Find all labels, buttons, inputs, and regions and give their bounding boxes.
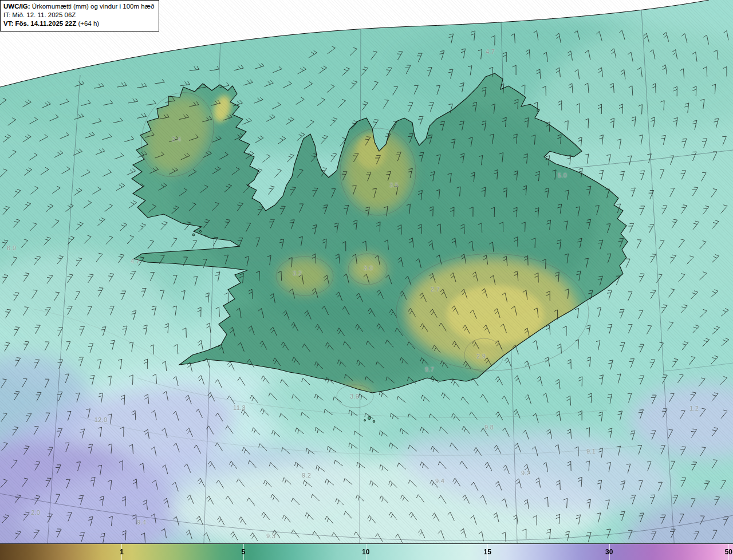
map-title-text: Úrkomumætti (mm) og vindur i 100m hæð — [30, 3, 155, 10]
contour-label: 11.3 — [233, 404, 246, 411]
product-name: UWC/IG: — [3, 3, 30, 10]
contour-label: 2.9 — [476, 353, 486, 360]
contour-label: 9.2 — [302, 472, 311, 479]
contour-label: 9.4 — [137, 519, 146, 526]
contour-label: 6.9 — [7, 244, 16, 251]
colorbar-tick-label: 10 — [362, 548, 369, 556]
valid-time-label: VT: — [3, 20, 13, 27]
colorbar-tick-label: 1 — [120, 548, 124, 556]
valid-time-line: VT: Fös. 14.11.2025 22Z (+64 h) — [3, 19, 154, 28]
valid-time-offset: (+64 h) — [76, 20, 99, 27]
contour-label: 9.7 — [425, 366, 434, 373]
contour-label: 12.0 — [94, 416, 108, 423]
contour-label: 3.5 — [389, 182, 399, 188]
contour-label: 3.2 — [293, 270, 302, 277]
contour-label: 9.4 — [435, 478, 444, 484]
contour-label: 1.2 — [689, 405, 699, 412]
contour-label: 4.7 — [486, 48, 495, 55]
contour-label: 9.2 — [521, 470, 530, 476]
contour-label: 3.0 — [364, 265, 373, 271]
valid-time-value: Fös. 14.11.2025 22Z — [13, 20, 76, 27]
map-title-box: UWC/IG: Úrkomumætti (mm) og vindur i 100… — [0, 0, 159, 31]
colorbar-tick-label: 15 — [484, 548, 491, 556]
contour-label: 3.9 — [350, 393, 359, 400]
contour-label: 9.8 — [484, 424, 494, 431]
precipitation-colorbar: 1510153050 — [0, 543, 733, 560]
colorbar-tick-label: 50 — [725, 548, 732, 556]
contour-label: 2.7 — [431, 286, 440, 293]
contour-label: 5.0 — [558, 172, 567, 179]
contour-label: 2.0 — [31, 509, 40, 516]
colorbar-tick-label: 30 — [605, 548, 613, 556]
contour-label: 9.1 — [586, 448, 596, 455]
contour-label: 9.3 — [266, 533, 275, 539]
colorbar-tick-label: 5 — [242, 548, 246, 556]
contour-label: 4.7 — [131, 258, 140, 265]
contour-label: 2.4 — [172, 136, 181, 143]
map-title-line: UWC/IG: Úrkomumætti (mm) og vindur i 100… — [3, 2, 154, 11]
precipitation-wind-map: 4.72.43.55.06.94.73.23.02.72.99.73.911.3… — [0, 0, 733, 560]
map-canvas — [0, 0, 733, 560]
init-time-line: IT: Mið. 12. 11. 2025 06Z — [3, 11, 154, 19]
